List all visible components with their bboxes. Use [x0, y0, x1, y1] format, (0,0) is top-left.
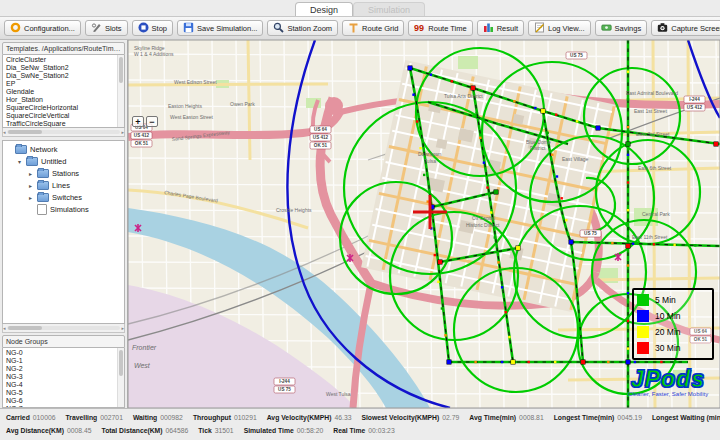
metric-value: 31501 [215, 427, 234, 434]
metric-value: 010291 [234, 414, 257, 421]
metric-label: Slowest Velocity(KMPH) [361, 414, 439, 421]
toolbar-button-route-grid[interactable]: Route Grid [342, 20, 404, 36]
network-hscrollbar[interactable]: ◂▸ [2, 324, 125, 333]
template-item-dia-swne-station2[interactable]: Dia_SwNe_Station2 [3, 71, 124, 79]
tree-collapsed-arrow-icon[interactable]: ▸ [27, 170, 34, 177]
node-groups-vscrollbar[interactable] [117, 348, 124, 407]
template-item-trafficcirclesquare[interactable]: TrafficCircleSquare [3, 119, 124, 127]
station-node[interactable] [516, 246, 520, 250]
station-node[interactable] [494, 190, 498, 194]
map-zoom-out-button[interactable]: − [146, 116, 158, 127]
node-group-item-ng-1[interactable]: NG-1 [3, 356, 124, 364]
route-time-icon: 99 [414, 22, 425, 35]
template-item-circlecluster[interactable]: CircleCluster [3, 55, 124, 63]
metric-value: 46.33 [334, 414, 351, 421]
tree-item-lines[interactable]: ▸Lines [3, 179, 124, 191]
tree-expanded-arrow-icon[interactable]: ▾ [16, 158, 23, 165]
tree-item-switches[interactable]: ▸Switches [3, 191, 124, 203]
station-node[interactable] [408, 66, 412, 70]
tree-item-network[interactable]: Network [3, 143, 124, 155]
station-node[interactable] [596, 126, 600, 130]
station-node[interactable] [541, 109, 545, 113]
result-chart-icon [483, 22, 494, 35]
tree-collapsed-arrow-icon[interactable]: ▸ [27, 182, 34, 189]
station-node[interactable] [714, 142, 718, 146]
map-label-west-edison-street: West Edison Street [174, 79, 217, 85]
configuration-icon [10, 22, 21, 35]
node-group-item-ng-2[interactable]: NG-2 [3, 364, 124, 372]
node-group-item-ng-6[interactable]: NG-6 [3, 396, 124, 404]
templates-vscrollbar[interactable] [117, 55, 124, 127]
node-group-item-ng-3[interactable]: NG-3 [3, 372, 124, 380]
station-node[interactable] [471, 86, 475, 90]
map-zoom-in-button[interactable]: + [132, 116, 144, 127]
legend-row-10-min: 10 Min [637, 308, 712, 324]
template-item-ep[interactable]: EP [3, 79, 124, 87]
metric-value: 0008.45 [67, 427, 92, 434]
metric-label: Longest Waiting (min) [652, 414, 720, 421]
status-bar: Carried010006Travelling002701Waiting0009… [0, 408, 720, 440]
tree-item-label: Simulations [50, 205, 89, 214]
map-label-w-1-4-additions: W 1 & 4 Additions [134, 51, 174, 57]
node-group-item-ng-4[interactable]: NG-4 [3, 380, 124, 388]
station-node[interactable] [626, 360, 630, 364]
station-node[interactable] [626, 244, 630, 248]
toolbar-button-slots[interactable]: Slots [85, 20, 128, 36]
sidebar: Templates. /Applications/RouteTime_JPo..… [0, 40, 128, 408]
metric-value: 02.79 [442, 414, 459, 421]
templates-panel: Templates. /Applications/RouteTime_JPo..… [0, 40, 127, 137]
tab-simulation[interactable]: Simulation [353, 2, 425, 16]
station-node[interactable] [569, 240, 573, 244]
status-metric-slowest-velocity-kmph: Slowest Velocity(KMPH)02.79 [361, 414, 459, 421]
templates-hscrollbar[interactable]: ◂▸ [2, 128, 125, 137]
node-groups-header: Node Groups [2, 335, 125, 348]
template-item-dia-senw-station2[interactable]: Dia_SeNw_Station2 [3, 63, 124, 71]
map-canvas[interactable]: US 64US 412OK 51US 64US 412OK 51US 75I-2… [128, 40, 720, 408]
node-group-item-ng-7[interactable]: NG-7 [3, 404, 124, 408]
map-label-central-park: Central Park [642, 211, 670, 217]
station-node[interactable] [581, 360, 585, 364]
templates-list: CircleClusterDia_SeNw_Station2Dia_SwNe_S… [2, 55, 125, 128]
highway-shield-label: OK 51 [314, 143, 328, 148]
tree-item-stations[interactable]: ▸Stations [3, 167, 124, 179]
tab-design[interactable]: Design [295, 2, 353, 16]
toolbar-button-log-view[interactable]: Log View... [528, 20, 591, 36]
toolbar-button-result[interactable]: Result [477, 20, 524, 36]
toolbar-button-station-zoom[interactable]: Station Zoom [267, 20, 338, 36]
toolbar-button-savings[interactable]: Savings [595, 20, 648, 36]
status-metric-longest-waiting-min: Longest Waiting (min)0012.00 [652, 414, 720, 421]
toolbar-button-capture-screen[interactable]: Capture Screen [651, 20, 720, 36]
template-item-hor-station[interactable]: Hor_Station [3, 95, 124, 103]
toolbar-button-stop[interactable]: Stop [132, 20, 173, 36]
map-label-west: West [134, 362, 151, 369]
folder-icon [37, 193, 49, 202]
tab-bar: Design Simulation [0, 0, 720, 17]
template-item-squarecirclevertical[interactable]: SquareCircleVertical [3, 111, 124, 119]
legend-label: 10 Min [655, 311, 681, 321]
folder-icon [26, 157, 38, 166]
toolbar-button-label: Configuration... [24, 24, 75, 33]
tree-collapsed-arrow-icon[interactable]: ▸ [27, 194, 34, 201]
node-group-item-ng-5[interactable]: NG-5 [3, 388, 124, 396]
metric-label: Avg Time(min) [469, 414, 516, 421]
template-item-squarecirclehorizontal[interactable]: SquareCircleHorizontal [3, 103, 124, 111]
toolbar-button-save-simulation[interactable]: Save Simulation... [177, 20, 263, 36]
toolbar-button-route-time[interactable]: 99Route Time [408, 20, 472, 36]
station-node[interactable] [438, 260, 442, 264]
tree-item-untitled[interactable]: ▾Untitled [3, 155, 124, 167]
legend-label: 30 Min [655, 343, 681, 353]
template-item-vert-station[interactable]: Vert_Station [3, 127, 124, 128]
station-node[interactable] [447, 360, 451, 364]
template-item-glendale[interactable]: Glendale [3, 87, 124, 95]
metric-label: Real Time [333, 427, 365, 434]
legend-swatch [637, 294, 649, 306]
toolbar-button-label: Station Zoom [287, 24, 332, 33]
tree-item-simulations[interactable]: Simulations [3, 203, 124, 215]
toolbar-button-configuration[interactable]: Configuration... [4, 20, 81, 36]
station-node[interactable] [511, 360, 515, 364]
station-node[interactable] [626, 142, 630, 146]
legend-swatch [637, 326, 649, 338]
folder-icon [37, 169, 49, 178]
node-group-item-ng-0[interactable]: NG-0 [3, 348, 124, 356]
tree-item-label: Network [30, 145, 58, 154]
